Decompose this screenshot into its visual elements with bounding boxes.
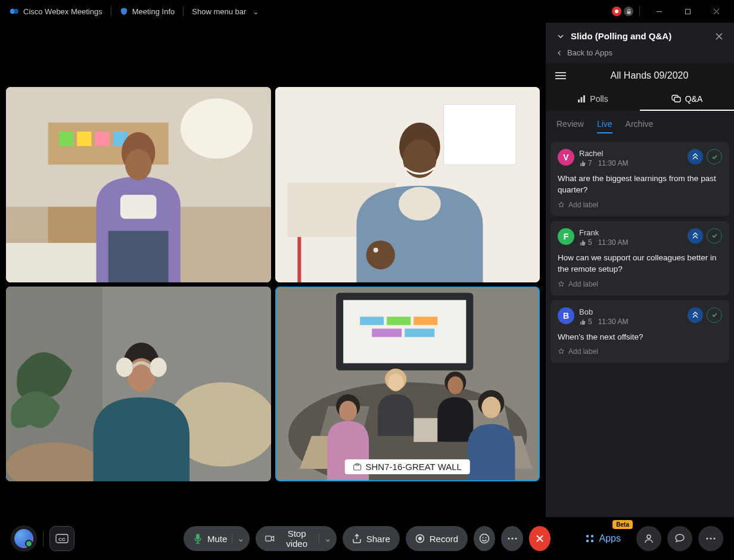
svg-rect-11: [59, 132, 73, 146]
add-label[interactable]: Add label: [558, 347, 722, 356]
check-icon: [711, 154, 718, 160]
promote-button[interactable]: [688, 149, 703, 164]
star-icon: [558, 281, 565, 288]
event-name: All Hands 09/2020: [574, 70, 724, 81]
question-card[interactable]: V Rachel 7 11:30 AM What are the biggest…: [550, 142, 729, 216]
mute-button[interactable]: Mute ⌄: [184, 526, 250, 551]
promote-button[interactable]: [688, 307, 703, 323]
close-button[interactable]: [703, 2, 729, 21]
close-icon[interactable]: [715, 32, 723, 41]
avatar: B: [558, 307, 574, 324]
assistant-button[interactable]: [11, 525, 37, 552]
smile-icon: [479, 533, 490, 544]
svg-rect-74: [674, 97, 680, 102]
app-name[interactable]: Cisco Webex Meetings: [10, 7, 102, 16]
back-to-apps[interactable]: Back to Apps: [546, 46, 734, 63]
divider: [639, 7, 640, 16]
svg-point-32: [373, 248, 378, 253]
like-count: 5: [588, 238, 592, 247]
subtab-review[interactable]: Review: [556, 119, 584, 133]
lock-icon: [626, 9, 632, 14]
chevron-down-icon[interactable]: ⌄: [319, 533, 332, 544]
meeting-info[interactable]: Meeting Info: [120, 7, 175, 16]
question-text: When's the next offsite?: [558, 332, 722, 343]
author-name: Rachel: [579, 149, 683, 158]
double-chevron-up-icon: [692, 232, 698, 239]
person-icon: [643, 533, 654, 544]
panel-more-button[interactable]: [698, 526, 723, 551]
svg-rect-13: [95, 132, 110, 146]
show-menu-bar[interactable]: Show menu bar: [192, 7, 259, 16]
add-label[interactable]: Add label: [558, 201, 722, 209]
svg-point-28: [403, 139, 437, 178]
qa-icon: [671, 95, 681, 103]
svg-rect-45: [387, 316, 410, 325]
add-label-text: Add label: [568, 347, 598, 356]
svg-point-82: [483, 537, 484, 539]
svg-rect-43: [343, 300, 466, 363]
end-call-button[interactable]: [529, 526, 550, 551]
apps-button[interactable]: Apps Beta: [576, 526, 630, 551]
svg-point-94: [706, 537, 708, 539]
tab-qa[interactable]: Q&A: [640, 88, 734, 111]
subtab-archive[interactable]: Archive: [626, 119, 654, 133]
svg-rect-78: [266, 536, 272, 541]
video-tile-3[interactable]: [6, 287, 271, 482]
thumbs-up-icon: [579, 239, 586, 246]
promote-button[interactable]: [688, 228, 703, 244]
lock-indicator[interactable]: [624, 7, 633, 16]
polls-icon: [577, 95, 586, 103]
record-button[interactable]: Record: [406, 526, 468, 551]
assistant-orb-icon: [14, 529, 33, 548]
svg-rect-20: [120, 195, 157, 219]
author-name: Frank: [579, 228, 683, 237]
tab-polls[interactable]: Polls: [546, 88, 640, 111]
mute-label: Mute: [207, 534, 227, 544]
toolbar: CC Mute ⌄ Stop video ⌄ Share Record: [0, 517, 734, 560]
divider: [111, 7, 111, 16]
stop-video-button[interactable]: Stop video ⌄: [256, 526, 336, 551]
svg-rect-21: [108, 231, 169, 282]
approve-button[interactable]: [707, 228, 722, 244]
svg-rect-3: [627, 11, 630, 14]
svg-point-91: [586, 540, 588, 542]
question-card[interactable]: F Frank 5 11:30 AM How can we support ou…: [550, 221, 729, 295]
record-indicator[interactable]: [612, 7, 621, 16]
participants-button[interactable]: [636, 526, 661, 551]
question-list: V Rachel 7 11:30 AM What are the biggest…: [546, 138, 734, 560]
svg-point-90: [590, 535, 593, 537]
svg-point-62: [481, 396, 500, 418]
chat-button[interactable]: [667, 526, 692, 551]
question-card[interactable]: B Bob 5 11:30 AM When's the next offsite…: [550, 300, 729, 363]
record-icon: [415, 534, 425, 543]
add-label-text: Add label: [568, 280, 598, 288]
reactions-button[interactable]: [474, 526, 495, 551]
video-tile-2[interactable]: [275, 87, 540, 282]
hamburger-icon[interactable]: [555, 71, 566, 80]
titlebar: Cisco Webex Meetings Meeting Info Show m…: [0, 0, 734, 23]
participant-video: [275, 87, 540, 282]
approve-button[interactable]: [707, 149, 722, 164]
chevron-down-icon[interactable]: [556, 32, 565, 41]
subtab-live[interactable]: Live: [597, 119, 612, 133]
svg-rect-71: [581, 97, 583, 102]
share-button[interactable]: Share: [343, 526, 400, 551]
author-name: Bob: [579, 307, 683, 316]
svg-point-2: [615, 10, 618, 13]
maximize-button[interactable]: [674, 2, 701, 21]
add-label[interactable]: Add label: [558, 280, 722, 288]
minimize-button[interactable]: [646, 2, 672, 21]
star-icon: [558, 348, 565, 355]
chevron-down-icon[interactable]: ⌄: [232, 533, 245, 544]
video-area: SHN7-16-GREAT WALL: [0, 23, 546, 517]
svg-rect-46: [413, 316, 437, 325]
captions-button[interactable]: CC: [49, 526, 74, 551]
svg-point-93: [647, 535, 651, 539]
question-time: 11:30 AM: [598, 318, 629, 326]
video-tile-1[interactable]: [6, 87, 271, 282]
approve-button[interactable]: [707, 307, 722, 323]
avatar: F: [558, 228, 574, 245]
more-button[interactable]: [501, 526, 522, 551]
video-tile-4[interactable]: SHN7-16-GREAT WALL: [275, 287, 540, 482]
panel-title: Slido (Polling and Q&A): [571, 31, 709, 41]
